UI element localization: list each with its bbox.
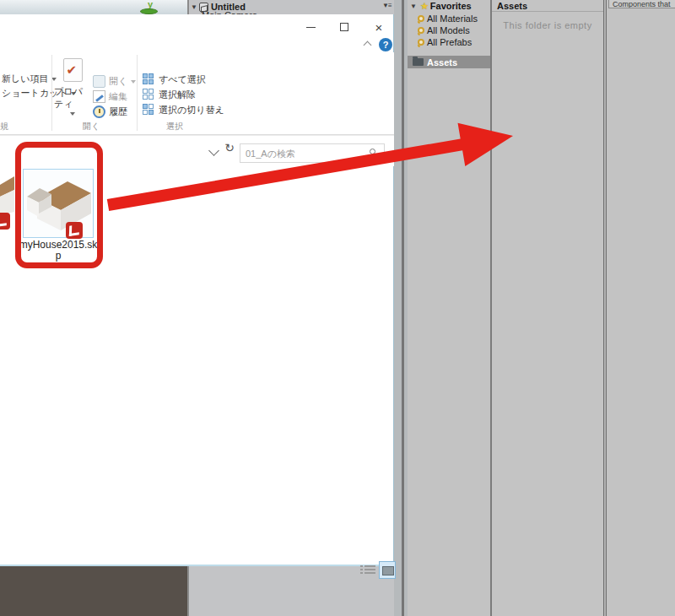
help-button[interactable]: ? xyxy=(379,38,392,51)
partial-thumbnail xyxy=(0,173,14,240)
panel-gap xyxy=(394,0,408,616)
project-content-area xyxy=(492,0,603,616)
select-none-icon xyxy=(143,89,155,101)
close-button[interactable]: × xyxy=(365,16,392,38)
project-content-header: Assets xyxy=(492,0,603,12)
maximize-button[interactable] xyxy=(331,16,358,38)
foldout-triangle-icon[interactable]: ▼ xyxy=(191,3,197,11)
list-icon xyxy=(364,569,375,570)
panel-divider[interactable] xyxy=(402,0,404,616)
folder-icon xyxy=(413,58,424,66)
unity-scene-view-dark-area xyxy=(0,566,187,616)
invert-selection-icon xyxy=(143,104,155,116)
minimize-icon xyxy=(306,27,316,28)
unity-scene-view-strip: y xyxy=(0,0,187,14)
scene-gizmo-y-axis-icon[interactable] xyxy=(140,8,158,14)
project-assets-root-row[interactable]: Assets xyxy=(408,56,490,68)
new-item-label: 新しい項目 xyxy=(2,73,49,85)
dropdown-arrow-icon xyxy=(70,112,75,116)
favorites-item-all-models[interactable]: All Models xyxy=(418,24,494,36)
favorites-item-all-materials[interactable]: All Materials xyxy=(418,13,494,24)
favorites-item-all-prefabs[interactable]: All Prefabs xyxy=(418,36,494,48)
project-favorites-column xyxy=(408,0,490,616)
open-button[interactable]: 開く xyxy=(93,75,136,88)
list-icon xyxy=(364,572,375,574)
red-highlight-box xyxy=(15,142,103,268)
foldout-triangle-icon[interactable]: ▼ xyxy=(410,3,417,10)
select-none-button[interactable]: 選択解除 xyxy=(143,89,196,101)
history-button[interactable]: 履歴 xyxy=(93,105,127,118)
maximize-icon xyxy=(340,23,348,31)
select-all-label: すべて選択 xyxy=(159,73,206,86)
edit-label: 編集 xyxy=(109,90,127,103)
invert-selection-button[interactable]: 選択の切り替え xyxy=(143,104,224,116)
sketchup-logo-icon xyxy=(0,213,10,230)
address-dropdown-icon[interactable] xyxy=(208,145,219,156)
group-label-new: 規 xyxy=(0,121,8,132)
search-input[interactable] xyxy=(246,144,359,162)
search-magnifier-icon xyxy=(370,149,375,154)
dropdown-arrow-icon xyxy=(131,80,136,84)
favorites-item-label: All Models xyxy=(427,25,470,35)
group-label-select: 選択 xyxy=(166,121,183,132)
explorer-ribbon: 新しい項目 ショートカット プロパティ 開く 編集 履歴 xyxy=(0,52,394,135)
group-label-open: 開く xyxy=(83,121,100,132)
properties-check-document-icon xyxy=(63,58,83,82)
file-item-partial[interactable] xyxy=(0,173,14,240)
favorites-header-label: Favorites xyxy=(430,1,472,11)
invert-selection-label: 選択の切り替え xyxy=(159,104,224,116)
ribbon-collapse-button[interactable] xyxy=(361,40,373,48)
search-filter-icon xyxy=(418,15,424,22)
search-box xyxy=(240,143,385,163)
ribbon-separator xyxy=(137,55,138,131)
history-label: 履歴 xyxy=(109,105,127,118)
open-label: 開く xyxy=(109,75,127,88)
history-clock-icon xyxy=(93,105,105,118)
close-icon: × xyxy=(375,21,383,34)
inspector-panel xyxy=(607,0,675,616)
list-icon xyxy=(364,565,375,567)
properties-label: プロパティ xyxy=(54,85,91,111)
properties-button[interactable]: プロパティ xyxy=(54,55,91,119)
new-item-button[interactable]: 新しい項目 xyxy=(2,73,57,85)
favorites-item-label: All Prefabs xyxy=(427,37,472,47)
edit-pencil-icon xyxy=(93,90,105,103)
empty-folder-message: This folder is empty xyxy=(492,20,603,30)
select-all-button[interactable]: すべて選択 xyxy=(143,73,206,86)
assets-root-label: Assets xyxy=(427,57,457,68)
favorites-header[interactable]: ▼ ★ Favorites xyxy=(408,0,489,12)
select-none-label: 選択解除 xyxy=(159,89,196,101)
explorer-window: × ? 新しい項目 ショートカット プロパティ 開く 編集 xyxy=(0,14,394,566)
chevron-up-icon xyxy=(363,41,371,50)
open-icon xyxy=(93,75,105,88)
minimize-button[interactable] xyxy=(297,16,324,38)
search-filter-icon xyxy=(418,27,424,34)
favorites-item-label: All Materials xyxy=(427,14,478,24)
search-filter-icon xyxy=(418,39,424,46)
view-mode-thumbnail-button[interactable] xyxy=(379,561,396,579)
inspector-clipped-help-box: Components that xyxy=(608,0,675,8)
ribbon-separator xyxy=(51,55,52,131)
edit-button[interactable]: 編集 xyxy=(93,90,127,103)
view-mode-list-button[interactable] xyxy=(360,564,375,578)
refresh-icon[interactable]: ↻ xyxy=(222,141,237,158)
star-icon: ★ xyxy=(420,1,429,12)
select-all-icon xyxy=(143,73,155,86)
